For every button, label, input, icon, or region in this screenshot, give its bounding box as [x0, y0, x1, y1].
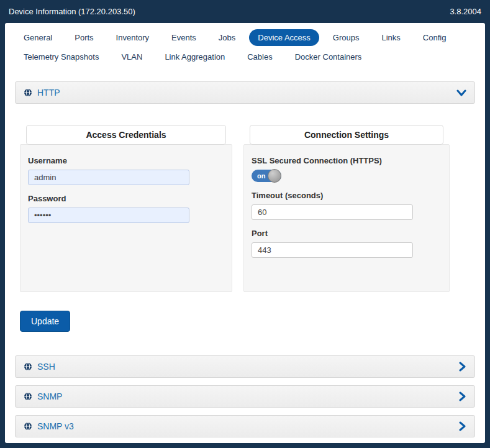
accordion-header-snmp-v3[interactable]: SNMP v3 [15, 415, 475, 437]
tab-groups[interactable]: Groups [324, 29, 368, 46]
globe-icon [24, 392, 32, 401]
toggle-knob-icon [268, 169, 281, 183]
accordion-header-snmp[interactable]: SNMP [15, 385, 475, 408]
chevron-right-icon [458, 391, 466, 401]
tab-docker-containers[interactable]: Docker Containers [286, 48, 371, 65]
ssl-label: SSL Secured Connection (HTTPS) [252, 156, 442, 165]
title-bar: Device Information (172.20.203.50) 3.8.2… [0, 0, 490, 23]
page-title: Device Information (172.20.203.50) [9, 7, 135, 16]
accordion-header-http[interactable]: HTTP [15, 81, 475, 104]
version-label: 3.8.2004 [450, 7, 481, 16]
tab-inventory[interactable]: Inventory [107, 29, 158, 46]
port-label: Port [252, 229, 442, 238]
username-input[interactable] [28, 170, 189, 185]
accordion-snmp: SNMP [15, 385, 475, 408]
accordion-label: SSH [37, 362, 55, 372]
timeout-input[interactable] [252, 204, 413, 220]
username-label: Username [28, 156, 224, 165]
tab-device-access[interactable]: Device Access [249, 29, 319, 46]
chevron-right-icon [458, 421, 466, 431]
ssl-toggle[interactable]: on [252, 170, 281, 182]
access-credentials-title: Access Credentials [26, 125, 226, 145]
accordion-label: SNMP v3 [37, 421, 74, 431]
access-credentials-panel: Access Credentials Username Password [20, 125, 232, 292]
chevron-right-icon [458, 362, 466, 372]
tab-events[interactable]: Events [163, 29, 205, 46]
tab-link-aggregation[interactable]: Link Aggregation [156, 48, 234, 65]
update-button[interactable]: Update [20, 311, 70, 332]
globe-icon [24, 362, 32, 371]
tab-bar-row-2: Telemetry Snapshots VLAN Link Aggregatio… [15, 48, 475, 65]
password-input[interactable] [28, 208, 189, 223]
globe-icon [24, 88, 32, 97]
connection-settings-panel: Connection Settings SSL Secured Connecti… [243, 125, 450, 292]
port-input[interactable] [252, 242, 413, 258]
accordion-header-ssh[interactable]: SSH [15, 355, 475, 378]
tab-telemetry-snapshots[interactable]: Telemetry Snapshots [15, 48, 107, 65]
accordion-ssh: SSH [15, 355, 475, 378]
content-card: General Ports Inventory Events Jobs Devi… [5, 23, 485, 443]
accordion-label: HTTP [37, 88, 60, 98]
tab-links[interactable]: Links [373, 29, 409, 46]
tab-bar-row-1: General Ports Inventory Events Jobs Devi… [15, 29, 475, 46]
password-label: Password [28, 194, 224, 203]
accordion-snmp-v3: SNMP v3 [15, 415, 475, 437]
accordion-label: SNMP [37, 391, 62, 401]
accordion-http: HTTP Access Credentials Username Passwor… [15, 81, 475, 348]
toggle-state-label: on [257, 172, 265, 180]
tab-config[interactable]: Config [414, 29, 455, 46]
http-panel-body: Access Credentials Username Password Con… [15, 104, 475, 348]
tab-cables[interactable]: Cables [238, 48, 281, 65]
tab-general[interactable]: General [15, 29, 61, 46]
tab-ports[interactable]: Ports [66, 29, 102, 46]
tab-vlan[interactable]: VLAN [112, 48, 151, 65]
timeout-label: Timeout (seconds) [252, 191, 442, 200]
tab-jobs[interactable]: Jobs [210, 29, 244, 46]
chevron-down-icon [456, 89, 466, 97]
globe-icon [24, 422, 32, 431]
connection-settings-title: Connection Settings [250, 125, 443, 145]
